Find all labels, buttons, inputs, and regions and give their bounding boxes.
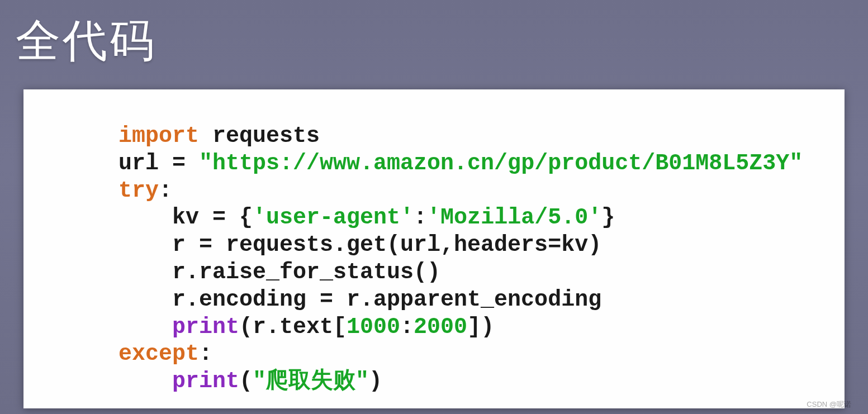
code-line-1: import requests [118, 123, 320, 149]
watermark: CSDN @呢诺 [807, 399, 851, 410]
code-line-2: url = "https://www.amazon.cn/gp/product/… [118, 151, 803, 176]
code-block: import requests url = "https://www.amazo… [118, 123, 822, 396]
code-card: import requests url = "https://www.amazo… [23, 89, 845, 408]
code-line-7: r.encoding = r.apparent_encoding [118, 287, 601, 312]
code-line-8: print(r.text[1000:2000]) [118, 315, 494, 340]
code-line-3: try: [118, 178, 172, 203]
code-line-6: r.raise_for_status() [118, 260, 440, 285]
code-line-10: print("爬取失败") [118, 369, 382, 394]
slide-title: 全代码 [16, 11, 156, 72]
slide: 全代码 import requests url = "https://www.a… [0, 0, 868, 414]
code-line-5: r = requests.get(url,headers=kv) [118, 232, 601, 258]
code-line-9: except: [118, 341, 212, 367]
code-line-4: kv = {'user-agent':'Mozilla/5.0'} [118, 205, 615, 230]
